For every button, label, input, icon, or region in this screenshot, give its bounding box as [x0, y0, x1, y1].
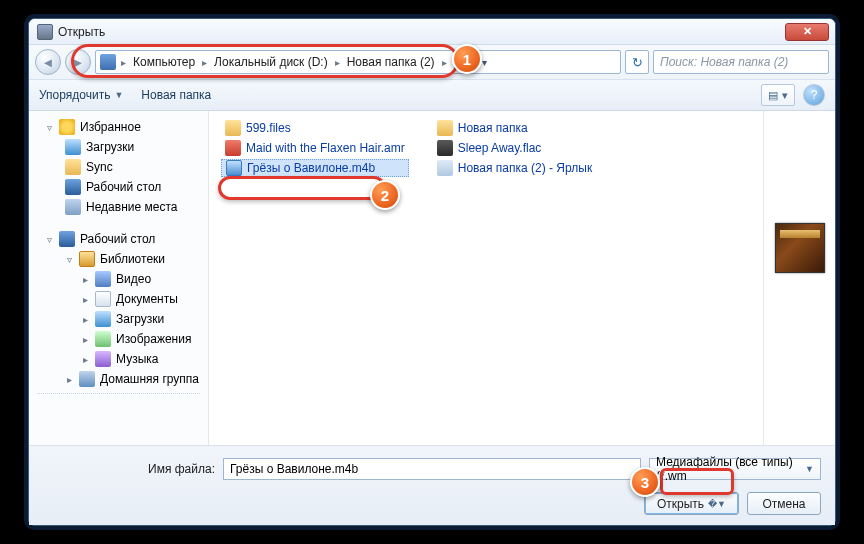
expand-icon: ▸ [65, 374, 74, 385]
recent-icon [65, 199, 81, 215]
file-name: Maid with the Flaxen Hair.amr [246, 141, 405, 155]
bottom-panel: Имя файла: Грёзы о Вавилоне.m4b Медиафай… [29, 445, 835, 525]
music-icon [95, 351, 111, 367]
sidebar-desktop[interactable]: ▿ Рабочий стол [31, 229, 206, 249]
breadcrumb-item[interactable]: Новая папка (2) [345, 55, 437, 69]
sidebar-item-recent[interactable]: Недавние места [31, 197, 206, 217]
sidebar-item-documents[interactable]: ▸Документы [31, 289, 206, 309]
document-icon [95, 291, 111, 307]
sidebar: ▿ Избранное Загрузки Sync Рабочий стол Н… [29, 111, 209, 445]
chevron-right-icon: ▸ [332, 57, 343, 68]
computer-icon [100, 54, 116, 70]
close-button[interactable]: ✕ [785, 23, 829, 41]
search-placeholder: Поиск: Новая папка (2) [660, 55, 788, 69]
sidebar-libraries[interactable]: ▿ Библиотеки [31, 249, 206, 269]
organize-button[interactable]: Упорядочить ▼ [39, 88, 123, 102]
file-name: Sleep Away.flac [458, 141, 542, 155]
view-button[interactable]: ▤ ▾ [761, 84, 795, 106]
file-icon [437, 140, 453, 156]
breadcrumb-item[interactable]: Компьютер [131, 55, 197, 69]
folder-icon [65, 159, 81, 175]
file-icon [437, 160, 453, 176]
sidebar-divider [37, 393, 200, 394]
sidebar-item-music[interactable]: ▸Музыка [31, 349, 206, 369]
cancel-button[interactable]: Отмена [747, 492, 821, 515]
file-icon [226, 160, 242, 176]
preview-thumbnail [775, 223, 825, 273]
star-icon [59, 119, 75, 135]
file-icon [225, 120, 241, 136]
sidebar-item-desktop[interactable]: Рабочий стол [31, 177, 206, 197]
file-icon [225, 140, 241, 156]
help-button[interactable]: ? [803, 84, 825, 106]
breadcrumb[interactable]: ▸ Компьютер ▸ Локальный диск (D:) ▸ Нова… [95, 50, 621, 74]
open-dialog: Открыть ✕ ◄ ► ▸ Компьютер ▸ Локальный ди… [28, 18, 836, 526]
file-item[interactable]: 599.files [221, 119, 409, 137]
downloads-icon [95, 311, 111, 327]
file-list[interactable]: 599.filesMaid with the Flaxen Hair.amrГр… [209, 111, 763, 445]
file-item[interactable]: Новая папка (2) - Ярлык [433, 159, 596, 177]
annotation-badge: 2 [370, 180, 400, 210]
refresh-button[interactable]: ↻ [625, 50, 649, 74]
file-item[interactable]: Грёзы о Вавилоне.m4b [221, 159, 409, 177]
file-name: 599.files [246, 121, 291, 135]
new-folder-button[interactable]: Новая папка [141, 88, 211, 102]
file-name: Новая папка [458, 121, 528, 135]
downloads-icon [65, 139, 81, 155]
search-input[interactable]: Поиск: Новая папка (2) [653, 50, 829, 74]
file-item[interactable]: Sleep Away.flac [433, 139, 596, 157]
titlebar: Открыть ✕ [29, 19, 835, 45]
chevron-right-icon: ▸ [118, 57, 129, 68]
forward-button[interactable]: ► [65, 49, 91, 75]
expand-icon: ▿ [45, 234, 54, 245]
annotation-badge: 1 [452, 44, 482, 74]
homegroup-icon [79, 371, 95, 387]
chevron-down-icon: ▼ [805, 464, 814, 474]
split-button-icon: �▼ [708, 499, 726, 509]
nav-row: ◄ ► ▸ Компьютер ▸ Локальный диск (D:) ▸ … [29, 45, 835, 79]
expand-icon: ▿ [65, 254, 74, 265]
sidebar-item-sync[interactable]: Sync [31, 157, 206, 177]
file-name: Новая папка (2) - Ярлык [458, 161, 592, 175]
sidebar-item-downloads[interactable]: Загрузки [31, 137, 206, 157]
chevron-right-icon: ▸ [199, 57, 210, 68]
open-button[interactable]: Открыть �▼ [644, 492, 739, 515]
sidebar-homegroup[interactable]: ▸ Домашняя группа [31, 369, 206, 389]
pictures-icon [95, 331, 111, 347]
breadcrumb-item[interactable]: Локальный диск (D:) [212, 55, 330, 69]
chevron-right-icon: ▸ [439, 57, 450, 68]
preview-pane [763, 111, 835, 445]
filename-input[interactable]: Грёзы о Вавилоне.m4b [223, 458, 641, 480]
toolbar: Упорядочить ▼ Новая папка ▤ ▾ ? [29, 79, 835, 111]
file-item[interactable]: Новая папка [433, 119, 596, 137]
file-type-filter[interactable]: Медиафайлы (все типы) (*.wm ▼ [649, 458, 821, 480]
app-icon [37, 24, 53, 40]
file-icon [437, 120, 453, 136]
annotation-badge: 3 [630, 467, 660, 497]
desktop-icon [65, 179, 81, 195]
sidebar-favorites[interactable]: ▿ Избранное [31, 117, 206, 137]
sidebar-item-videos[interactable]: ▸Видео [31, 269, 206, 289]
chevron-down-icon: ▼ [114, 90, 123, 100]
window-title: Открыть [58, 25, 105, 39]
desktop-icon [59, 231, 75, 247]
back-button[interactable]: ◄ [35, 49, 61, 75]
file-name: Грёзы о Вавилоне.m4b [247, 161, 375, 175]
filename-label: Имя файла: [43, 462, 215, 476]
file-item[interactable]: Maid with the Flaxen Hair.amr [221, 139, 409, 157]
sidebar-item-pictures[interactable]: ▸Изображения [31, 329, 206, 349]
video-icon [95, 271, 111, 287]
libraries-icon [79, 251, 95, 267]
expand-icon: ▿ [45, 122, 54, 133]
sidebar-item-downloads[interactable]: ▸Загрузки [31, 309, 206, 329]
